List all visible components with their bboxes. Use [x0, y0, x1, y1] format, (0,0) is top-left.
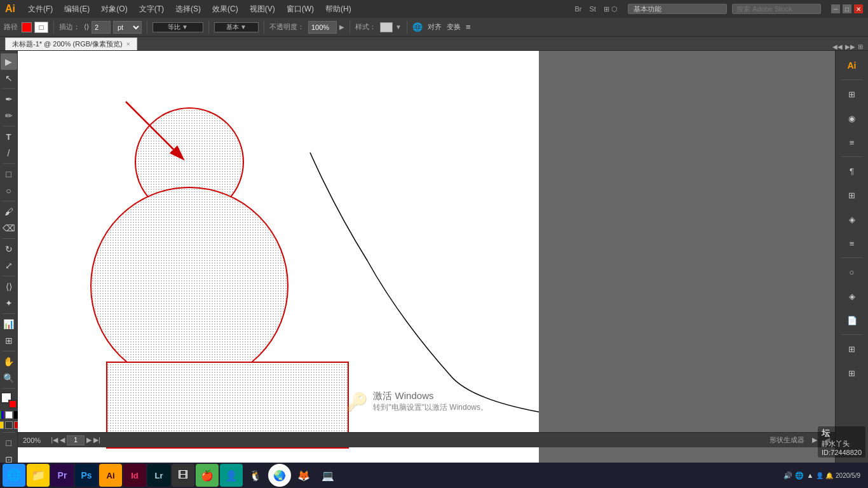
scale-tool[interactable]: ⤢: [1, 257, 17, 274]
pencil-tool[interactable]: ✏: [1, 107, 17, 124]
panel-menu-2[interactable]: ≡: [840, 231, 864, 255]
panel-grid-2[interactable]: ⊞: [840, 183, 864, 207]
title-bar: Ai 文件(F) 编辑(E) 对象(O) 文字(T) 选择(S) 效果(C) 视…: [0, 0, 868, 18]
close-button[interactable]: ✕: [854, 4, 863, 13]
menu-window[interactable]: 窗口(W): [281, 3, 319, 16]
tool-sep-5: [3, 238, 15, 239]
tab-close-button[interactable]: ×: [126, 41, 130, 48]
tray-icons-placeholder: 👤 🔔: [816, 472, 833, 479]
fill-selector[interactable]: □: [34, 22, 48, 33]
taskbar-indesign-icon[interactable]: Id: [123, 464, 146, 487]
menu-file[interactable]: 文件(F): [23, 3, 58, 16]
taskbar-chrome-icon[interactable]: 🌏: [268, 464, 291, 487]
line-tool[interactable]: /: [1, 145, 17, 161]
menu-select[interactable]: 选择(S): [170, 3, 206, 16]
panel-menu-1[interactable]: ≡: [840, 130, 864, 154]
more-icon[interactable]: ≡: [466, 22, 471, 32]
panel-grid-3[interactable]: ⊞: [840, 337, 864, 361]
column-graph-tool[interactable]: 📊: [1, 316, 17, 332]
panel-diamond-2[interactable]: ◈: [840, 284, 864, 308]
menu-view[interactable]: 视图(V): [245, 3, 280, 16]
type-tool[interactable]: T: [1, 128, 17, 145]
dark-swatch[interactable]: [5, 421, 13, 429]
artboard-tool[interactable]: ⊞: [1, 332, 17, 349]
menu-object[interactable]: 对象(O): [96, 3, 132, 16]
taskbar-browser-icon[interactable]: 🌐: [3, 464, 25, 487]
tab-scroll-left[interactable]: ◀◀: [832, 43, 843, 50]
ellipse-tool[interactable]: ○: [1, 182, 17, 199]
symbol-tool[interactable]: ✦: [1, 295, 17, 311]
maximize-button[interactable]: □: [843, 4, 851, 13]
tool-sep-1: [3, 88, 15, 89]
panel-grid-1[interactable]: ⊞: [840, 82, 864, 106]
stroke-color-swatch[interactable]: [22, 22, 32, 32]
tray-icon-2[interactable]: 🌐: [795, 471, 804, 480]
taskbar-explorer-icon[interactable]: 📁: [27, 464, 50, 487]
direct-selection-tool[interactable]: ↖: [1, 70, 17, 86]
page-nav: |◀ ◀ ▶ ▶|: [51, 435, 100, 445]
stroke-style-1[interactable]: 等比 ▼: [153, 22, 203, 32]
tray-icons-expand[interactable]: ▲: [806, 471, 813, 479]
taskbar-lightroom-icon[interactable]: Lr: [147, 464, 170, 487]
blend-value-input[interactable]: [92, 21, 111, 34]
blend-unit-select[interactable]: pt px mm: [113, 21, 142, 34]
transform-label[interactable]: 变换: [447, 22, 461, 32]
page-nav-first[interactable]: |◀: [51, 436, 58, 444]
taskbar-premiere-icon[interactable]: Pr: [51, 464, 74, 487]
globe-icon[interactable]: 🌐: [412, 22, 423, 32]
minimize-button[interactable]: ─: [831, 4, 840, 13]
panel-grid-4[interactable]: ⊞: [840, 361, 864, 385]
selection-tool[interactable]: ▶: [1, 53, 17, 70]
stroke-style-2[interactable]: 基本 ▼: [214, 22, 259, 32]
tab-expand[interactable]: ⊞: [858, 43, 863, 50]
menu-text[interactable]: 文字(T): [134, 3, 169, 16]
no-fill-mode[interactable]: [5, 411, 13, 419]
panel-para[interactable]: ¶: [840, 159, 864, 183]
panel-page[interactable]: 📄: [840, 308, 864, 332]
eraser-tool[interactable]: ⌫: [1, 220, 17, 236]
panel-ai-btn[interactable]: Ai: [840, 53, 864, 78]
taskbar-linux-icon[interactable]: 🐧: [244, 464, 267, 487]
hand-tool[interactable]: ✋: [1, 353, 17, 370]
adobe-stock-search[interactable]: [732, 4, 821, 14]
page-number-input[interactable]: [67, 435, 85, 445]
taskbar-firefox-icon[interactable]: 🦊: [292, 464, 315, 487]
taskbar-media-icon[interactable]: 🎞: [172, 464, 194, 487]
workspace-selector[interactable]: [628, 4, 727, 14]
align-label[interactable]: 对齐: [428, 22, 442, 32]
taskbar-laptop-icon[interactable]: 💻: [316, 464, 339, 487]
taskbar-photoshop-icon[interactable]: Ps: [75, 464, 98, 487]
taskbar-fruit-icon[interactable]: 🍎: [196, 464, 219, 487]
taskbar-illustrator-icon[interactable]: Ai: [99, 464, 122, 487]
color-mode[interactable]: [0, 411, 4, 419]
rect-tool[interactable]: □: [1, 166, 17, 182]
canvas-svg: [18, 51, 539, 464]
panel-color-wheel[interactable]: ◉: [840, 106, 864, 130]
artboard: 🔑 激活 Windows 转到"电脑设置"以激活 Windows。: [18, 51, 539, 464]
canvas-area[interactable]: 🔑 激活 Windows 转到"电脑设置"以激活 Windows。 200% |…: [18, 51, 835, 473]
menu-effect[interactable]: 效果(C): [207, 3, 243, 16]
style-swatch[interactable]: [380, 22, 393, 32]
panel-diamond[interactable]: ◈: [840, 207, 864, 231]
page-nav-last[interactable]: ▶|: [93, 436, 100, 444]
rotate-tool[interactable]: ↻: [1, 241, 17, 257]
taskbar-person-icon[interactable]: 👤: [220, 464, 243, 487]
menu-edit[interactable]: 编辑(E): [59, 3, 95, 16]
document-tab[interactable]: 未标题-1* @ 200% (RGB/像素预览) ×: [5, 37, 137, 50]
blend-tool[interactable]: ⟨⟩: [1, 278, 17, 295]
stock-icon: St: [590, 5, 596, 13]
opacity-input[interactable]: [308, 21, 337, 34]
change-screen-mode[interactable]: □: [1, 435, 17, 451]
fill-stroke-selector[interactable]: [1, 392, 17, 409]
page-nav-prev[interactable]: ◀: [60, 436, 65, 444]
menu-help[interactable]: 帮助(H): [320, 3, 356, 16]
panel-circle[interactable]: ○: [840, 260, 864, 284]
tray-icon-1[interactable]: 🔊: [783, 471, 792, 480]
paintbrush-tool[interactable]: 🖌: [1, 203, 17, 220]
tool-nav-arrow[interactable]: ▶: [812, 436, 817, 444]
tab-scroll-right[interactable]: ▶▶: [845, 43, 855, 50]
page-nav-next[interactable]: ▶: [86, 436, 92, 444]
pen-tool[interactable]: ✒: [1, 91, 17, 107]
yellow-swatch[interactable]: [0, 421, 4, 429]
zoom-tool[interactable]: 🔍: [1, 370, 17, 386]
